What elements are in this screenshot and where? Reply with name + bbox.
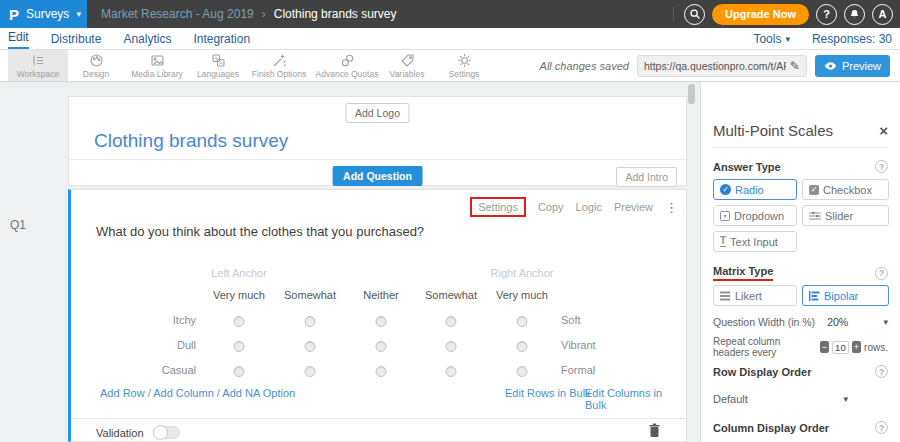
- tools-menu[interactable]: Tools ▾: [753, 32, 790, 46]
- answer-type-dropdown[interactable]: ▾ Dropdown: [713, 205, 797, 226]
- tab-integration[interactable]: Integration: [193, 32, 250, 49]
- toolbar-right: All changes saved https://qa.questionpro…: [540, 50, 900, 81]
- radio-option[interactable]: [305, 341, 316, 352]
- add-intro-button[interactable]: Add Intro: [616, 167, 677, 187]
- radio-option[interactable]: [305, 316, 316, 327]
- question-logic-link[interactable]: Logic: [576, 201, 602, 213]
- add-logo-button[interactable]: Add Logo: [345, 103, 410, 123]
- palette-icon: [89, 53, 104, 68]
- radio-option[interactable]: [234, 341, 245, 352]
- row-label-right[interactable]: Formal: [561, 364, 595, 377]
- tools-label: Tools: [753, 32, 781, 46]
- row-display-order-value: Default: [713, 393, 748, 405]
- row-label-left[interactable]: Casual: [71, 364, 196, 377]
- row-display-order-section: Row Display Order ?: [713, 365, 888, 378]
- toolbar-item-languages[interactable]: aA Languages: [190, 50, 246, 81]
- topbar: P Surveys ▾ Market Research - Aug 2019 ›…: [0, 0, 900, 28]
- column-header[interactable]: Somewhat: [425, 289, 477, 301]
- radio-option[interactable]: [517, 316, 528, 327]
- edit-rows-in-bulk-link[interactable]: Edit Rows in Bulk: [505, 387, 591, 399]
- preview-button[interactable]: Preview: [815, 55, 890, 77]
- add-na-option-link[interactable]: Add NA Option: [222, 387, 295, 399]
- column-header[interactable]: Very much: [213, 289, 265, 301]
- row-label-left[interactable]: Dull: [71, 339, 196, 352]
- toolbar-item-finish-options[interactable]: Finish Options: [246, 50, 312, 81]
- tab-distribute[interactable]: Distribute: [51, 32, 102, 49]
- radio-option[interactable]: [446, 316, 457, 327]
- matrix-type-bipolar[interactable]: Bipolar: [802, 285, 889, 306]
- add-question-button[interactable]: Add Question: [332, 166, 423, 186]
- answer-type-radio[interactable]: ✓ Radio: [713, 179, 797, 200]
- pencil-icon[interactable]: ✎: [790, 59, 800, 73]
- radio-option[interactable]: [376, 341, 387, 352]
- minus-stepper-button[interactable]: −: [820, 341, 829, 353]
- question-preview-link[interactable]: Preview: [614, 201, 653, 213]
- column-header[interactable]: Very much: [496, 289, 548, 301]
- tab-edit[interactable]: Edit: [8, 30, 29, 49]
- radio-option[interactable]: [517, 341, 528, 352]
- help-icon[interactable]: ?: [875, 160, 888, 173]
- question-settings-link[interactable]: Settings: [478, 201, 518, 213]
- survey-title[interactable]: Clothing brands survey: [94, 130, 288, 152]
- vertical-scrollbar[interactable]: [688, 84, 695, 104]
- repeat-headers-input[interactable]: 10: [832, 341, 849, 354]
- radio-option[interactable]: [234, 316, 245, 327]
- help-icon[interactable]: ?: [875, 421, 888, 434]
- answer-type-checkbox[interactable]: ✓ Checkbox: [802, 179, 889, 200]
- question-actions: Settings Copy Logic Preview ⋮: [470, 197, 678, 217]
- upgrade-now-button[interactable]: Upgrade Now: [712, 4, 809, 25]
- matrix-type-likert[interactable]: Likert: [713, 285, 797, 306]
- panel-header: Multi-Point Scales ×: [713, 122, 888, 139]
- row-label-right[interactable]: Soft: [561, 314, 581, 327]
- search-button[interactable]: [684, 4, 705, 25]
- column-header[interactable]: Somewhat: [284, 289, 336, 301]
- question-text[interactable]: What do you think about the clothes that…: [96, 224, 424, 239]
- radio-option[interactable]: [376, 366, 387, 377]
- question-width-control[interactable]: Question Width (in %) 20% ▾: [713, 316, 888, 328]
- add-row-link[interactable]: Add Row: [100, 387, 145, 399]
- breadcrumb-folder[interactable]: Market Research - Aug 2019: [101, 7, 254, 21]
- toolbar-item-settings[interactable]: Settings: [432, 50, 496, 81]
- radio-option[interactable]: [446, 341, 457, 352]
- toolbar-item-advance-quotas[interactable]: Advance Quotas: [312, 50, 382, 81]
- survey-url-field[interactable]: https://qa.questionpro.com/t/APNrFZfQ ✎: [637, 55, 807, 77]
- help-button[interactable]: ?: [816, 4, 837, 25]
- row-display-order-select[interactable]: Default ▾: [713, 393, 848, 405]
- divider: [713, 147, 888, 148]
- chain-icon: [340, 53, 355, 68]
- avatar[interactable]: A: [872, 4, 893, 25]
- edit-columns-in-bulk-link[interactable]: Edit Columns in Bulk: [585, 387, 686, 411]
- column-display-order-label: Column Display Order: [713, 422, 829, 434]
- radio-option[interactable]: [305, 366, 316, 377]
- column-header[interactable]: Neither: [363, 289, 398, 301]
- toolbar-item-label: Settings: [449, 69, 480, 79]
- product-switcher[interactable]: P Surveys ▾: [0, 0, 87, 28]
- toolbar-item-workspace[interactable]: Workspace: [8, 50, 68, 81]
- notifications-button[interactable]: [844, 4, 865, 25]
- validation-toggle[interactable]: [153, 426, 180, 439]
- svg-text:a: a: [214, 55, 217, 61]
- delete-question-button[interactable]: [648, 423, 661, 441]
- answer-type-text-input[interactable]: T Text Input: [713, 231, 797, 252]
- plus-stepper-button[interactable]: +: [852, 341, 861, 353]
- row-label-left[interactable]: Itchy: [71, 314, 196, 327]
- answer-type-slider[interactable]: Slider: [802, 205, 889, 226]
- radio-option[interactable]: [446, 366, 457, 377]
- responses-link[interactable]: Responses: 30: [812, 32, 892, 46]
- radio-option[interactable]: [517, 366, 528, 377]
- radio-option[interactable]: [234, 366, 245, 377]
- kebab-menu-icon[interactable]: ⋮: [665, 201, 678, 214]
- toolbar-item-media-library[interactable]: Media Library: [124, 50, 190, 81]
- toolbar-item-design[interactable]: Design: [68, 50, 124, 81]
- survey-toolbar: Workspace Design Media Library aA Langua…: [0, 50, 900, 82]
- add-column-link[interactable]: Add Column: [153, 387, 214, 399]
- help-icon[interactable]: ?: [875, 267, 888, 280]
- help-icon[interactable]: ?: [875, 365, 888, 378]
- question-copy-link[interactable]: Copy: [538, 201, 564, 213]
- row-label-right[interactable]: Vibrant: [561, 339, 596, 352]
- radio-option[interactable]: [376, 316, 387, 327]
- toolbar-item-variables[interactable]: Variables: [382, 50, 432, 81]
- close-icon[interactable]: ×: [879, 123, 888, 138]
- question-width-label: Question Width (in %): [713, 316, 815, 328]
- tab-analytics[interactable]: Analytics: [123, 32, 171, 49]
